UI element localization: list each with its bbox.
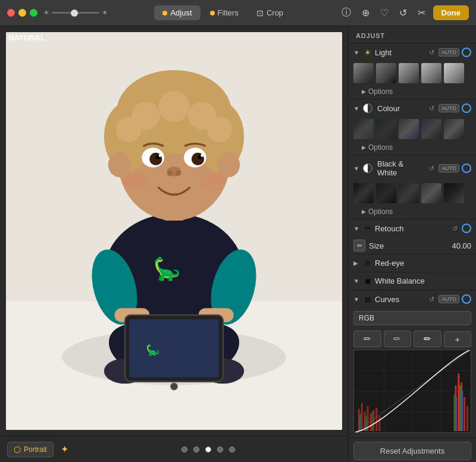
tab-adjust[interactable]: Adjust	[154, 5, 200, 20]
light-reset-button[interactable]: ↺	[427, 48, 436, 57]
redeye-icon: ◎	[363, 259, 372, 267]
light-chevron: ▼	[353, 49, 361, 56]
rgb-channel-select[interactable]: RGB Red Green Blue	[353, 311, 471, 325]
section-redeye-header[interactable]: ▶ ◎ Red-eye	[349, 254, 476, 272]
svg-point-17	[171, 383, 178, 390]
svg-rect-58	[458, 373, 459, 431]
bw-options-triangle-icon: ▶	[362, 209, 366, 215]
bw-toggle[interactable]	[462, 164, 471, 173]
page-indicators	[181, 447, 235, 452]
colour-toggle[interactable]	[462, 103, 471, 113]
bw-thumb-4[interactable]	[421, 183, 441, 203]
svg-point-29	[217, 152, 240, 177]
photo-label: NATURAL	[8, 33, 45, 42]
curves-auto-badge[interactable]: AUTO	[439, 295, 459, 303]
bw-thumb-2[interactable]	[376, 183, 396, 203]
svg-rect-64	[371, 412, 372, 432]
bw-thumb-5[interactable]	[444, 183, 464, 203]
photo-svg: 🦕 🦕	[6, 32, 342, 430]
reset-adjustments-button[interactable]: Reset Adjustments	[353, 442, 471, 460]
bw-reset-button[interactable]: ↺	[427, 164, 436, 173]
tab-crop[interactable]: ⊡ Crop	[248, 5, 292, 21]
bw-chevron: ▼	[353, 165, 361, 172]
section-curves-header[interactable]: ▼ ▤ Curves ↺ AUTO	[349, 290, 476, 308]
maximize-button[interactable]	[30, 9, 37, 17]
section-retouch: ▼ ✂ Retouch ↺ ✏ Size 40.00	[349, 219, 476, 254]
colour-thumb-1[interactable]	[353, 119, 374, 139]
crop-icon: ⊡	[256, 8, 264, 18]
bw-thumb-3[interactable]	[399, 183, 419, 203]
svg-point-24	[159, 91, 190, 122]
light-auto-badge[interactable]: AUTO	[439, 48, 459, 56]
curves-graph[interactable]	[353, 350, 471, 433]
toolbar-right: ⓘ ⊕ ♡ ↺ ✂ Done	[339, 5, 469, 21]
colour-options[interactable]: ▶ Options	[349, 142, 476, 155]
light-options[interactable]: ▶ Options	[349, 86, 476, 99]
brightness-slider-area: ☀ ☀	[43, 9, 108, 17]
svg-rect-15	[129, 319, 219, 378]
brightness-slider-track[interactable]	[52, 12, 99, 14]
retouch-reset-button[interactable]: ↺	[450, 224, 459, 233]
section-retouch-header[interactable]: ▼ ✂ Retouch ↺	[349, 219, 476, 237]
curve-eyedropper-black[interactable]: ✏	[353, 331, 381, 347]
portrait-label: Portrait	[24, 445, 47, 454]
info-button[interactable]: ⓘ	[339, 5, 354, 21]
light-thumbnails	[349, 61, 476, 86]
bw-thumb-1[interactable]	[353, 183, 374, 203]
heart-button[interactable]: ♡	[377, 5, 392, 20]
colour-thumb-3[interactable]	[399, 119, 419, 139]
section-light-header[interactable]: ▼ ☀ Light ↺ AUTO	[349, 43, 476, 61]
bw-options[interactable]: ▶ Options	[349, 206, 476, 219]
tools-button[interactable]: ✂	[415, 5, 428, 20]
done-button[interactable]: Done	[433, 5, 469, 20]
brightness-slider-thumb[interactable]	[71, 10, 78, 17]
tab-filters[interactable]: Filters	[202, 5, 247, 20]
light-thumb-4[interactable]	[421, 63, 441, 83]
curve-eyedropper-white[interactable]: ✏	[414, 331, 441, 347]
section-bw-header[interactable]: ▼ Black & White ↺ AUTO	[349, 155, 476, 181]
retouch-toggle[interactable]	[462, 224, 471, 233]
close-button[interactable]	[7, 9, 15, 17]
curves-toggle[interactable]	[462, 294, 471, 304]
photo-area[interactable]: 🦕 🦕	[0, 26, 348, 436]
filters-dot	[210, 11, 215, 15]
page-dot-5[interactable]	[229, 447, 235, 452]
portrait-button[interactable]: ⬡ Portrait	[7, 442, 54, 457]
colour-thumb-5[interactable]	[444, 119, 464, 139]
svg-rect-53	[370, 413, 372, 431]
colour-auto-badge[interactable]: AUTO	[439, 104, 459, 112]
colour-thumb-2[interactable]	[376, 119, 396, 139]
light-thumb-5[interactable]	[444, 63, 464, 83]
curve-eyedropper-gray[interactable]: ✏	[384, 331, 412, 347]
wb-title: White Balance	[375, 276, 471, 285]
page-dot-1[interactable]	[181, 447, 187, 452]
page-dot-4[interactable]	[217, 447, 223, 452]
colour-thumb-4[interactable]	[421, 119, 441, 139]
light-thumb-1[interactable]	[353, 63, 374, 83]
size-label: Size	[369, 241, 448, 250]
light-thumb-2[interactable]	[376, 63, 396, 83]
curve-add-point[interactable]: +	[444, 331, 472, 347]
options-triangle-icon: ▶	[362, 89, 366, 95]
section-curves: ▼ ▤ Curves ↺ AUTO RGB Red Green Blue	[349, 290, 476, 438]
magic-star-button[interactable]: ✦	[61, 444, 68, 455]
titlebar: ☀ ☀ Adjust Filters ⊡ Crop ⓘ ⊕ ♡ ↺ ✂ Done	[0, 0, 476, 26]
svg-rect-54	[372, 410, 374, 431]
curves-reset-button[interactable]: ↺	[427, 295, 436, 304]
share-button[interactable]: ⊕	[359, 5, 372, 20]
rotate-button[interactable]: ↺	[396, 5, 410, 20]
section-colour-header[interactable]: ▼ Colour ↺ AUTO	[349, 99, 476, 117]
colour-reset-button[interactable]: ↺	[427, 104, 436, 113]
light-toggle[interactable]	[462, 48, 471, 57]
svg-rect-63	[366, 416, 367, 431]
light-thumb-3[interactable]	[399, 63, 419, 83]
photo-panel: NATURAL	[0, 26, 348, 462]
adjust-scroll[interactable]: ▼ ☀ Light ↺ AUTO ▶	[349, 43, 476, 462]
page-dot-3[interactable]	[205, 447, 211, 452]
minimize-button[interactable]	[18, 9, 26, 17]
section-wb-header[interactable]: ▼ ▣ White Balance	[349, 272, 476, 290]
svg-rect-66	[459, 385, 461, 431]
page-dot-2[interactable]	[193, 447, 199, 452]
wb-chevron: ▼	[353, 278, 361, 284]
bw-auto-badge[interactable]: AUTO	[439, 164, 459, 172]
